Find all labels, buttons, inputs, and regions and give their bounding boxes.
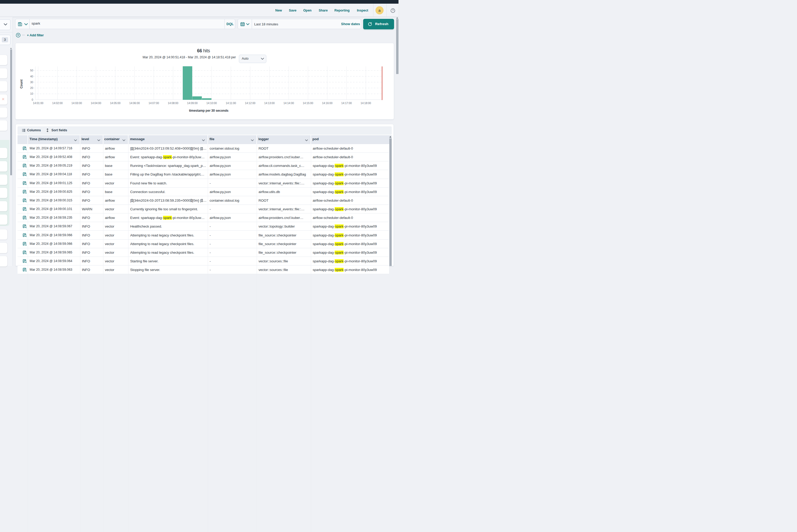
svg-text:14:10:00: 14:10:00 (206, 102, 217, 104)
svg-text:14:01:00: 14:01:00 (33, 102, 43, 104)
svg-text:14:11:00: 14:11:00 (226, 102, 236, 104)
svg-text:14:03:00: 14:03:00 (71, 102, 82, 104)
svg-text:14:13:00: 14:13:00 (264, 102, 275, 104)
svg-text:14:14:00: 14:14:00 (283, 102, 294, 104)
svg-text:14:17:00: 14:17:00 (341, 102, 352, 104)
svg-text:14:02:00: 14:02:00 (52, 102, 62, 104)
svg-text:14:07:00: 14:07:00 (149, 102, 159, 104)
svg-text:timestamp per 30 seconds: timestamp per 30 seconds (189, 109, 228, 112)
svg-text:14:15:00: 14:15:00 (303, 102, 313, 104)
svg-text:14:16:00: 14:16:00 (322, 102, 333, 104)
svg-text:20: 20 (30, 87, 33, 90)
svg-text:30: 30 (30, 80, 33, 83)
svg-text:40: 40 (30, 75, 33, 78)
svg-text:14:09:00: 14:09:00 (187, 102, 198, 104)
svg-text:?: ? (392, 9, 394, 12)
svg-text:Count: Count (20, 79, 23, 89)
svg-text:10: 10 (30, 92, 33, 95)
svg-text:14:06:00: 14:06:00 (129, 102, 140, 104)
svg-text:14:12:00: 14:12:00 (245, 102, 255, 104)
svg-text:0: 0 (32, 98, 33, 101)
svg-text:14:18:00: 14:18:00 (360, 102, 371, 104)
svg-text:14:08:00: 14:08:00 (168, 102, 178, 104)
svg-text:14:04:00: 14:04:00 (91, 102, 101, 104)
svg-text:14:05:00: 14:05:00 (110, 102, 121, 104)
svg-text:50: 50 (30, 69, 33, 72)
